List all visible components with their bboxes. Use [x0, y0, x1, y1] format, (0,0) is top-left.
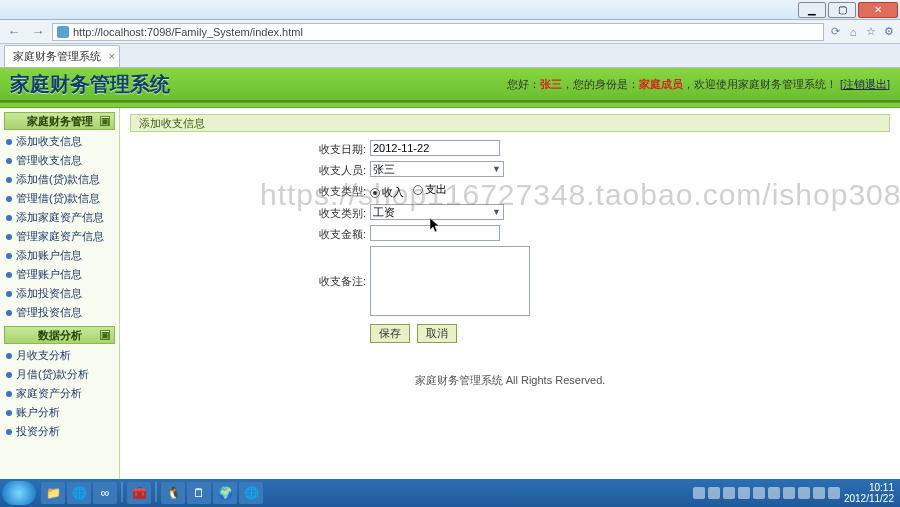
- bullet-icon: [6, 253, 12, 259]
- tray-icon[interactable]: [708, 487, 720, 499]
- cancel-button[interactable]: 取消: [417, 324, 457, 343]
- bullet-icon: [6, 310, 12, 316]
- taskbar-app-icon[interactable]: 🗒: [187, 482, 211, 504]
- app-banner: 家庭财务管理系统 您好：张三，您的身份是：家庭成员，欢迎使用家庭财务管理系统！ …: [0, 68, 900, 102]
- bullet-icon: [6, 353, 12, 359]
- app-title: 家庭财务管理系统: [10, 71, 170, 98]
- taskbar-clock[interactable]: 10:11 2012/11/22: [844, 482, 894, 504]
- logout-link[interactable]: [注销退出]: [840, 78, 890, 90]
- browser-tab[interactable]: 家庭财务管理系统 ×: [4, 45, 120, 67]
- amount-input[interactable]: [370, 225, 500, 241]
- chevron-down-icon: ▼: [492, 164, 501, 174]
- bullet-icon: [6, 410, 12, 416]
- sidebar-item[interactable]: 管理家庭资产信息: [4, 227, 115, 246]
- sidebar-item-label: 月借(贷)款分析: [16, 367, 89, 382]
- sidebar-item[interactable]: 账户分析: [4, 403, 115, 422]
- favorites-button[interactable]: ☆: [864, 25, 878, 39]
- tray-icon[interactable]: [828, 487, 840, 499]
- sidebar-item[interactable]: 月借(贷)款分析: [4, 365, 115, 384]
- sidebar-item[interactable]: 家庭资产分析: [4, 384, 115, 403]
- sidebar-item[interactable]: 添加投资信息: [4, 284, 115, 303]
- sidebar-item-label: 管理投资信息: [16, 305, 82, 320]
- sidebar-item[interactable]: 管理投资信息: [4, 303, 115, 322]
- tray-icon[interactable]: [768, 487, 780, 499]
- collapse-icon[interactable]: ▣: [100, 116, 110, 126]
- remark-textarea[interactable]: [370, 246, 530, 316]
- type-expense-radio[interactable]: 支出: [413, 182, 447, 197]
- chevron-down-icon: ▼: [492, 207, 501, 217]
- date-label: 收支日期:: [310, 140, 366, 157]
- tray-icon[interactable]: [693, 487, 705, 499]
- tools-button[interactable]: ⚙: [882, 25, 896, 39]
- tab-title: 家庭财务管理系统: [13, 49, 101, 64]
- category-select[interactable]: 工资 ▼: [370, 204, 504, 220]
- taskbar-app-icon[interactable]: ∞: [93, 482, 117, 504]
- tray-icon[interactable]: [798, 487, 810, 499]
- sidebar-item[interactable]: 管理收支信息: [4, 151, 115, 170]
- browser-toolbar: ← → http://localhost:7098/Family_System/…: [0, 20, 900, 44]
- person-label: 收支人员:: [310, 161, 366, 178]
- sidebar-item[interactable]: 管理账户信息: [4, 265, 115, 284]
- tray-icon[interactable]: [813, 487, 825, 499]
- windows-taskbar: 📁🌐∞🧰🐧🗒🌍🌐 10:11 2012/11/22: [0, 479, 900, 507]
- remark-label: 收支备注:: [310, 246, 366, 289]
- window-close-button[interactable]: ✕: [858, 2, 898, 18]
- page: 家庭财务管理系统 您好：张三，您的身份是：家庭成员，欢迎使用家庭财务管理系统！ …: [0, 68, 900, 479]
- sidebar-item[interactable]: 添加借(贷)款信息: [4, 170, 115, 189]
- home-button[interactable]: ⌂: [846, 25, 860, 39]
- sidebar-item-label: 管理家庭资产信息: [16, 229, 104, 244]
- window-titlebar: ▁ ▢ ✕: [0, 0, 900, 20]
- taskbar-app-icon[interactable]: 🌐: [239, 482, 263, 504]
- sidebar-item[interactable]: 月收支分析: [4, 346, 115, 365]
- person-value: 张三: [373, 162, 395, 177]
- tray-icon[interactable]: [783, 487, 795, 499]
- income-expense-form: 收支日期: 收支人员: 张三 ▼ 收支类型: 收入: [310, 140, 890, 316]
- sidebar-group-finance[interactable]: 家庭财务管理 ▣: [4, 112, 115, 130]
- taskbar-app-icon[interactable]: 📁: [41, 482, 65, 504]
- tray-icon[interactable]: [753, 487, 765, 499]
- bullet-icon: [6, 177, 12, 183]
- bullet-icon: [6, 158, 12, 164]
- sidebar-item[interactable]: 投资分析: [4, 422, 115, 441]
- tray-icon[interactable]: [723, 487, 735, 499]
- taskbar-app-icon[interactable]: 🌍: [213, 482, 237, 504]
- taskbar-app-icon[interactable]: 🌐: [67, 482, 91, 504]
- sidebar-item[interactable]: 添加账户信息: [4, 246, 115, 265]
- sidebar-item[interactable]: 添加家庭资产信息: [4, 208, 115, 227]
- bullet-icon: [6, 234, 12, 240]
- bullet-icon: [6, 196, 12, 202]
- sidebar: 家庭财务管理 ▣ 添加收支信息管理收支信息添加借(贷)款信息管理借(贷)款信息添…: [0, 108, 120, 479]
- nav-forward-button[interactable]: →: [28, 23, 48, 41]
- nav-back-button[interactable]: ←: [4, 23, 24, 41]
- refresh-button[interactable]: ⟳: [828, 25, 842, 39]
- tab-close-icon[interactable]: ×: [109, 50, 115, 62]
- system-tray: 10:11 2012/11/22: [693, 482, 898, 504]
- welcome-text: 您好：张三，您的身份是：家庭成员，欢迎使用家庭财务管理系统！ [注销退出]: [507, 77, 890, 92]
- sidebar-item-label: 管理账户信息: [16, 267, 82, 282]
- window-maximize-button[interactable]: ▢: [828, 2, 856, 18]
- collapse-icon[interactable]: ▣: [100, 330, 110, 340]
- person-select[interactable]: 张三 ▼: [370, 161, 504, 177]
- url-text: http://localhost:7098/Family_System/inde…: [73, 26, 303, 38]
- ie-icon: [57, 26, 69, 38]
- sidebar-group-label: 数据分析: [38, 328, 82, 343]
- start-button[interactable]: [2, 481, 36, 505]
- sidebar-item-label: 添加投资信息: [16, 286, 82, 301]
- date-input[interactable]: [370, 140, 500, 156]
- sidebar-item[interactable]: 管理借(贷)款信息: [4, 189, 115, 208]
- sidebar-item-label: 管理借(贷)款信息: [16, 191, 100, 206]
- sidebar-item[interactable]: 添加收支信息: [4, 132, 115, 151]
- address-bar[interactable]: http://localhost:7098/Family_System/inde…: [52, 23, 824, 41]
- save-button[interactable]: 保存: [370, 324, 410, 343]
- window-minimize-button[interactable]: ▁: [798, 2, 826, 18]
- tray-icon[interactable]: [738, 487, 750, 499]
- sidebar-item-label: 账户分析: [16, 405, 60, 420]
- taskbar-app-icon[interactable]: 🐧: [161, 482, 185, 504]
- sidebar-group-analysis[interactable]: 数据分析 ▣: [4, 326, 115, 344]
- sidebar-item-label: 家庭资产分析: [16, 386, 82, 401]
- taskbar-app-icon[interactable]: 🧰: [127, 482, 151, 504]
- type-label: 收支类型:: [310, 182, 366, 199]
- radio-icon: [370, 188, 380, 198]
- bullet-icon: [6, 429, 12, 435]
- type-income-radio[interactable]: 收入: [370, 185, 404, 200]
